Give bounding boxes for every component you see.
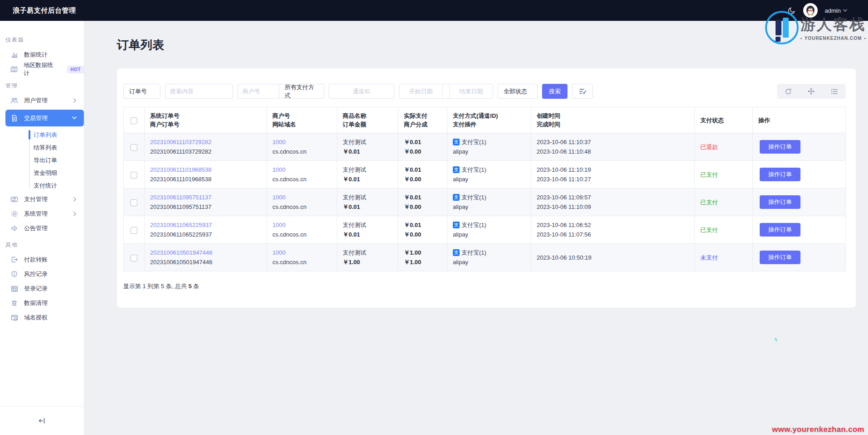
table-row: 20231006111019685382023100611101968538 1… — [124, 161, 846, 188]
col-header-merchant: 商户号网站域名 — [267, 107, 337, 133]
user-avatar[interactable] — [803, 3, 818, 18]
pay-plugin: alipay — [453, 230, 525, 239]
merchant-id-link[interactable]: 1000 — [272, 193, 331, 202]
sidebar-item-transactions[interactable]: 交易管理 — [5, 110, 84, 126]
alipay-icon: 支 — [453, 166, 460, 173]
col-header-order-numbers: 系统订单号商户订单号 — [145, 107, 267, 133]
status-select[interactable]: 全部状态 — [498, 84, 538, 99]
system-order-link[interactable]: 2023100611101968538 — [150, 165, 261, 174]
sidebar-collapse-icon[interactable] — [38, 417, 46, 425]
pay-method: 支付宝(1) — [461, 165, 486, 174]
sidebar-item-login-records[interactable]: 登录记录 — [0, 283, 84, 294]
theme-toggle-moon-icon[interactable] — [787, 6, 796, 15]
table-row: 20231006105019474462023100610501947446 1… — [124, 244, 846, 271]
status-badge: 已退款 — [700, 144, 718, 150]
merchant-share: ￥0.00 — [404, 230, 441, 239]
row-checkbox[interactable] — [131, 144, 137, 151]
created-time: 2023-10-06 11:06:52 — [537, 220, 689, 230]
col-header-status: 支付状态 — [695, 107, 753, 133]
pay-method-select[interactable]: 所有支付方式 — [279, 84, 324, 99]
paid-amount: ￥0.01 — [404, 220, 441, 230]
created-time: 2023-10-06 11:10:19 — [537, 165, 689, 174]
pay-method: 支付宝(1) — [461, 248, 486, 257]
trash-icon — [10, 300, 18, 307]
merchant-id-link[interactable]: 1000 — [272, 165, 331, 174]
column-filter-button[interactable] — [572, 84, 593, 99]
paid-amount: ￥0.01 — [404, 165, 441, 174]
row-checkbox[interactable] — [131, 199, 137, 206]
start-date-input[interactable] — [399, 84, 442, 98]
created-time: 2023-10-06 11:10:37 — [537, 137, 689, 147]
channel-id-input[interactable] — [329, 84, 394, 99]
created-time: 2023-10-06 10:50:19 — [537, 253, 689, 262]
move-fullscreen-icon[interactable] — [805, 85, 818, 98]
user-menu[interactable]: admin — [825, 7, 847, 14]
chevron-right-icon — [73, 212, 77, 216]
sidebar-item-users[interactable]: 用户管理 — [0, 95, 84, 106]
merchant-order-no: 2023100610501947446 — [150, 257, 261, 267]
order-amount: ￥0.01 — [343, 147, 393, 156]
search-input[interactable] — [165, 84, 233, 99]
completed-time: 2023-10-06 11:10:48 — [537, 147, 689, 156]
merchant-id-link[interactable]: 1000 — [272, 220, 331, 230]
sidebar-item-payout-transfer[interactable]: 付款转账 — [0, 254, 84, 265]
sidebar-item-announcements[interactable]: 公告管理 — [0, 223, 84, 234]
system-order-link[interactable]: 2023100610501947446 — [150, 248, 261, 257]
order-no-type-select[interactable]: 订单号 — [123, 84, 160, 99]
product-name: 支付测试 — [343, 220, 393, 230]
operate-order-button[interactable]: 操作订单 — [760, 168, 800, 181]
table-row: 20231006110652259372023100611065225937 1… — [124, 216, 846, 244]
sidebar-subitem-export-orders[interactable]: 导出订单 — [0, 155, 84, 165]
shield-alert-icon — [10, 271, 18, 278]
table-pagination-summary: 显示第 1 到第 5 条, 总共 5 条 — [123, 282, 846, 290]
list-check-icon — [579, 88, 587, 95]
pay-plugin: alipay — [453, 174, 525, 184]
search-button[interactable]: 搜索 — [542, 84, 567, 99]
select-all-checkbox[interactable] — [131, 117, 137, 124]
system-order-link[interactable]: 2023100611103729282 — [150, 137, 261, 147]
pay-method: 支付宝(1) — [461, 193, 486, 202]
merchant-id-input[interactable] — [238, 84, 279, 99]
sidebar-section-dashboard: 仪表版 — [0, 36, 84, 44]
sidebar-subitem-payment-stats[interactable]: 支付统计 — [0, 181, 84, 190]
sidebar-item-data-cleanup[interactable]: 数据清理 — [0, 298, 84, 309]
speaker-icon — [10, 225, 18, 232]
sidebar-item-domain-auth[interactable]: 域名授权 — [0, 312, 84, 323]
merchant-share: ￥0.00 — [404, 174, 441, 184]
row-checkbox[interactable] — [131, 227, 137, 234]
sidebar-subitem-order-list[interactable]: 订单列表 — [0, 130, 84, 140]
sidebar-item-data-stats[interactable]: 数据统计 — [0, 49, 84, 60]
merchant-id-link[interactable]: 1000 — [272, 248, 331, 257]
status-badge: 已支付 — [700, 171, 718, 178]
operate-order-button[interactable]: 操作订单 — [760, 195, 800, 209]
refresh-icon[interactable] — [781, 85, 795, 98]
operate-order-button[interactable]: 操作订单 — [760, 251, 800, 264]
end-date-input[interactable] — [450, 84, 493, 98]
merchant-id-link[interactable]: 1000 — [272, 137, 331, 147]
sidebar-item-payment-manage[interactable]: 支付管理 — [0, 194, 84, 205]
table-tools — [777, 84, 846, 99]
status-badge: 已支付 — [700, 227, 718, 233]
operate-order-button[interactable]: 操作订单 — [760, 140, 800, 154]
paid-amount: ￥0.01 — [404, 193, 441, 202]
operate-order-button[interactable]: 操作订单 — [760, 223, 800, 237]
sidebar-item-risk-records[interactable]: 风控记录 — [0, 269, 84, 280]
completed-time: 2023-10-06 11:07:56 — [537, 230, 689, 239]
pay-plugin: alipay — [453, 257, 525, 267]
document-icon — [10, 115, 18, 122]
col-header-product-amount: 商品名称订单金额 — [337, 107, 398, 133]
sidebar-subitem-settlement-list[interactable]: 结算列表 — [0, 143, 84, 152]
sidebar-subitem-fund-details[interactable]: 资金明细 — [0, 168, 84, 178]
row-checkbox[interactable] — [131, 172, 137, 179]
row-checkbox[interactable] — [131, 255, 137, 261]
merchant-order-no: 2023100611101968538 — [150, 174, 261, 184]
sidebar-item-system-manage[interactable]: 系统管理 — [0, 208, 84, 219]
system-order-link[interactable]: 2023100611065225937 — [150, 220, 261, 230]
chevron-down-icon — [72, 116, 77, 120]
system-order-link[interactable]: 2023100611095751137 — [150, 193, 261, 202]
sidebar-item-region-stats[interactable]: 地区数据统计 HOT — [0, 64, 84, 75]
list-view-icon[interactable] — [828, 85, 841, 98]
merchant-order-no: 2023100611103729282 — [150, 147, 261, 156]
pay-method: 支付宝(1) — [461, 137, 486, 147]
completed-time: 2023-10-06 11:10:27 — [537, 174, 689, 184]
